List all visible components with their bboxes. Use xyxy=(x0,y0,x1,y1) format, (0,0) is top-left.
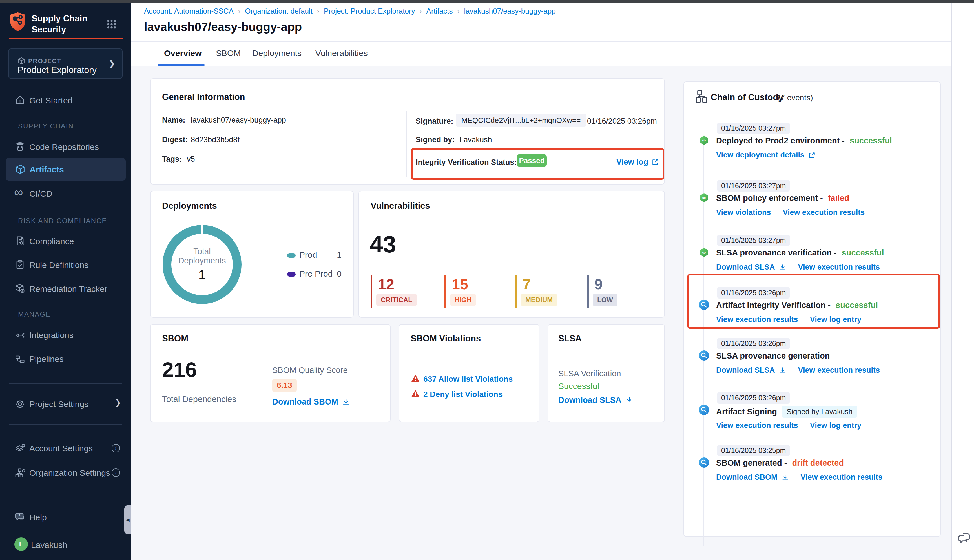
event-links: Download SBOM View execution results xyxy=(716,473,882,482)
feedback-chat-icon[interactable] xyxy=(958,531,971,545)
view-execution-results-link[interactable]: View execution results xyxy=(798,263,880,272)
download-icon xyxy=(625,396,633,404)
sidebar-item-artifacts[interactable]: Artifacts xyxy=(6,158,126,180)
deny-list-violations-link[interactable]: 2 Deny list Violations xyxy=(423,390,502,399)
breadcrumb-separator: › xyxy=(420,7,422,15)
warning-icon xyxy=(411,374,420,383)
right-utility-rail xyxy=(951,3,974,560)
event-title: Deployed to Prod2 environment -successfu… xyxy=(716,136,892,145)
sbom-total-label: Total Dependencies xyxy=(162,394,237,404)
event-title: SLSA provenance verification -successful xyxy=(716,248,884,257)
severity-bar-high xyxy=(444,275,446,308)
donut-slice-gap xyxy=(201,225,203,234)
view-log-entry-link[interactable]: View log entry xyxy=(810,315,862,324)
digest-value: 8d23bd3b5d8f xyxy=(191,135,240,144)
app-title: Supply Chain Security xyxy=(32,13,87,35)
event-timestamp: 01/16/2025 03:25pm xyxy=(717,445,790,456)
vulnerabilities-card: Vulnerabilities 43 12 CRITICAL 15 HIGH 7… xyxy=(359,191,665,318)
tags-label: Tags: xyxy=(162,155,182,164)
medium-badge: MEDIUM xyxy=(521,294,557,306)
verification-search-icon xyxy=(699,457,709,468)
remediation-tracker-icon xyxy=(15,283,25,294)
view-deployment-details-link[interactable]: View deployment details xyxy=(716,151,804,160)
project-selector[interactable]: PROJECT Product Exploratory ❯ xyxy=(8,48,123,79)
slsa-verification-label: SLSA Verification xyxy=(558,369,621,378)
integrations-icon xyxy=(15,330,25,340)
chain-of-custody-icon xyxy=(695,90,708,103)
allow-list-violations-link[interactable]: 637 Allow list Violations xyxy=(423,375,513,384)
event-status: successful xyxy=(842,248,884,257)
tab-overview[interactable]: Overview xyxy=(164,48,202,58)
view-log-entry-link[interactable]: View log entry xyxy=(810,421,862,430)
breadcrumb: Account: Automation-SSCA› Organization: … xyxy=(144,7,556,15)
breadcrumb-account[interactable]: Account: Automation-SSCA xyxy=(144,7,233,15)
tab-vulnerabilities[interactable]: Vulnerabilities xyxy=(315,48,368,58)
pipelines-icon xyxy=(15,354,25,365)
avatar: L xyxy=(14,537,28,551)
verification-search-icon xyxy=(699,300,709,310)
deployments-donut-chart: Total Deployments 1 xyxy=(163,225,242,304)
infinity-icon: ∞ xyxy=(14,186,23,198)
event-title: Artifact Signing Signed by Lavakush xyxy=(716,406,857,418)
event-timestamp: 01/16/2025 03:27pm xyxy=(717,123,790,134)
chain-of-custody-panel: Chain of Custody (7 events) 01/16/2025 0… xyxy=(684,82,941,537)
event-timestamp: 01/16/2025 03:26pm xyxy=(717,338,790,349)
low-badge: LOW xyxy=(593,294,617,306)
tab-deployments[interactable]: Deployments xyxy=(252,48,302,58)
event-links: View execution results View log entry xyxy=(716,421,861,430)
view-execution-results-link[interactable]: View execution results xyxy=(716,421,798,430)
breadcrumb-separator: › xyxy=(317,7,319,15)
vulnerabilities-total: 43 xyxy=(370,231,396,258)
gear-icon xyxy=(15,399,25,410)
app-grid-icon[interactable] xyxy=(106,18,117,30)
card-divider xyxy=(406,111,407,177)
download-icon xyxy=(779,367,786,374)
view-execution-results-link[interactable]: View execution results xyxy=(801,473,883,482)
breadcrumb-separator: › xyxy=(457,7,460,15)
medium-count: 7 xyxy=(522,276,531,293)
breadcrumb-organization[interactable]: Organization: default xyxy=(245,7,312,15)
code-repository-icon xyxy=(15,141,25,152)
status-badge-passed: Passed xyxy=(517,154,547,167)
signed-by-value: Lavakush xyxy=(459,135,492,144)
pipeline-hexagon-icon: ∞ xyxy=(699,247,709,258)
info-icon[interactable]: i xyxy=(112,444,120,452)
chevron-right-icon: ❯ xyxy=(108,58,115,68)
sbom-total: 216 xyxy=(162,358,197,382)
event-links: View deployment details xyxy=(716,151,816,160)
info-icon[interactable]: i xyxy=(112,468,120,477)
event-timestamp: 01/16/2025 03:26pm xyxy=(717,287,790,298)
view-violations-link[interactable]: View violations xyxy=(716,208,771,217)
sidebar-section-manage: MANAGE xyxy=(18,310,51,318)
sidebar-collapse-handle[interactable]: ◀ xyxy=(124,505,131,534)
download-sbom-link[interactable]: Download SBOM xyxy=(272,397,338,407)
slsa-verification-status: Successful xyxy=(558,382,599,391)
legend-value-prod: 1 xyxy=(314,250,342,260)
download-slsa-link[interactable]: Download SLSA xyxy=(716,366,775,375)
download-slsa-link[interactable]: Download SLSA xyxy=(716,263,775,272)
event-title: SBOM generated -drift detected xyxy=(716,458,844,468)
pipeline-hexagon-icon: ∞ xyxy=(699,192,709,203)
breadcrumb-current[interactable]: lavakush07/easy-buggy-app xyxy=(464,7,556,15)
download-slsa-link[interactable]: Download SLSA xyxy=(558,395,621,405)
sidebar-section-risk: RISK AND COMPLIANCE xyxy=(18,217,107,225)
digest-label: Digest: xyxy=(162,135,188,144)
breadcrumb-artifacts[interactable]: Artifacts xyxy=(426,7,453,15)
low-count: 9 xyxy=(594,276,602,293)
view-execution-results-link[interactable]: View execution results xyxy=(716,315,798,324)
tab-sbom[interactable]: SBOM xyxy=(216,48,241,58)
view-execution-results-link[interactable]: View execution results xyxy=(798,366,880,375)
event-title: Artifact Integrity Verification -success… xyxy=(716,300,878,310)
severity-bar-critical xyxy=(370,275,372,308)
view-execution-results-link[interactable]: View execution results xyxy=(783,208,865,217)
event-status: drift detected xyxy=(792,458,844,468)
sbom-card: SBOM 216 Total Dependencies SBOM Quality… xyxy=(150,324,390,422)
sbom-quality-label: SBOM Quality Score xyxy=(272,366,348,375)
view-log-link[interactable]: View log xyxy=(616,157,648,167)
signature-value[interactable]: MEQCICde2VjIT...bL+2+mqnOXw== xyxy=(456,113,586,127)
legend-swatch-prod xyxy=(287,253,296,258)
download-sbom-link[interactable]: Download SBOM xyxy=(716,473,777,482)
event-timestamp: 01/16/2025 03:27pm xyxy=(717,180,790,192)
breadcrumb-project[interactable]: Project: Product Exploratory xyxy=(324,7,415,15)
compliance-document-icon xyxy=(15,235,25,246)
